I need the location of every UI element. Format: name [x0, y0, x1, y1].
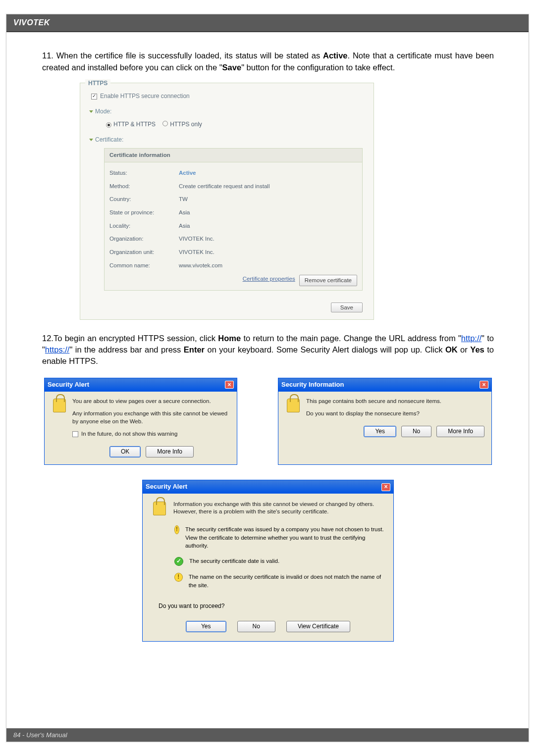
ok-word: OK: [445, 345, 458, 354]
close-icon[interactable]: ×: [480, 381, 488, 389]
warn-row-2: ! The name on the security certificate i…: [174, 573, 384, 589]
text: " in the address bar and press: [69, 345, 183, 354]
active-word: Active: [323, 51, 348, 60]
dialog-text: This page contains both secure and nonse…: [306, 398, 484, 418]
row-organization-unit: Organization unit:VIVOTEK Inc.: [109, 246, 357, 259]
value: Create certificate request and install: [179, 182, 357, 191]
header-bar: VIVOTEK: [6, 14, 529, 32]
http-link[interactable]: http://: [461, 334, 482, 343]
yes-word: Yes: [470, 345, 484, 354]
value: VIVOTEK Inc.: [179, 235, 357, 243]
lock-info-icon: [52, 398, 67, 413]
https-link[interactable]: https://: [45, 345, 70, 354]
footer-text: 84 - User's Manual: [13, 731, 67, 739]
enable-https-row[interactable]: ✓ Enable HTTPS secure connection: [91, 92, 363, 101]
text: 12.To begin an encrypted HTTPS session, …: [42, 334, 218, 343]
security-alert-dialog-2: Security Alert × Information you exchang…: [142, 480, 394, 642]
page: VIVOTEK 11. When the certifice file is s…: [6, 14, 529, 742]
value: Asia: [179, 222, 357, 230]
row-organization: Organization:VIVOTEK Inc.: [109, 232, 357, 246]
dialog-row-2: Security Alert × Information you exchang…: [42, 480, 494, 642]
line-2: Do you want to display the nonsecure ite…: [306, 410, 484, 418]
save-button[interactable]: Save: [331, 302, 363, 312]
suppress-checkbox-row[interactable]: In the future, do not show this warning: [72, 430, 230, 438]
no-button[interactable]: No: [237, 621, 275, 632]
save-word: Save: [222, 63, 242, 72]
content-area: 11. When the certifice file is successfu…: [6, 32, 529, 642]
checkbox-icon[interactable]: ✓: [91, 94, 97, 100]
row-locality: Locality:Asia: [109, 219, 357, 233]
dialog-buttons: Yes No View Certificate: [143, 618, 393, 641]
key: Locality:: [109, 222, 179, 230]
intro-text: Information you exchange with this site …: [173, 501, 384, 516]
close-icon[interactable]: ×: [225, 381, 234, 389]
ok-text: The security certificate date is valid.: [189, 557, 279, 565]
warn-row-1: ! The security certificate was issued by…: [174, 525, 384, 550]
yes-button[interactable]: Yes: [364, 426, 396, 437]
certificate-table: Certificate information Status:Active Me…: [104, 148, 363, 291]
row-method: Method:Create certificate request and in…: [109, 180, 357, 193]
text: to return to the main page. Change the U…: [241, 334, 461, 343]
fieldset-legend: HTTPS: [85, 79, 110, 88]
more-info-button[interactable]: More Info: [146, 446, 194, 457]
radio-icon[interactable]: [162, 121, 168, 126]
https-fieldset: HTTPS ✓ Enable HTTPS secure connection M…: [80, 83, 374, 320]
dialog-titlebar: Security Information ×: [278, 378, 491, 392]
certificate-table-header: Certificate information: [104, 148, 363, 162]
line-1: You are about to view pages over a secur…: [72, 398, 230, 405]
line-1: This page contains both secure and nonse…: [306, 398, 484, 405]
certificate-section-head[interactable]: Certificate:: [89, 136, 363, 144]
more-info-button[interactable]: More Info: [436, 426, 484, 437]
radio-label: HTTPS only: [170, 121, 202, 128]
view-certificate-button[interactable]: View Certificate: [286, 621, 350, 632]
checkbox-icon[interactable]: [72, 431, 78, 437]
mode-https-only[interactable]: HTTPS only: [162, 120, 202, 129]
check-icon: ✓: [174, 557, 183, 566]
text: 11. When the certifice file is successfu…: [42, 51, 323, 60]
enter-word: Enter: [184, 345, 205, 354]
value: TW: [179, 195, 357, 203]
line-2: Any information you exchange with this s…: [72, 410, 230, 425]
text: or: [458, 345, 471, 354]
dialog-body: This page contains both secure and nonse…: [278, 392, 491, 425]
dialog-buttons: OK More Info: [45, 445, 237, 464]
key: Method:: [109, 182, 179, 191]
enable-https-label: Enable HTTPS secure connection: [100, 92, 190, 101]
remove-certificate-button[interactable]: Remove certificate: [299, 275, 357, 286]
value: Active: [179, 169, 357, 177]
dialog-body: You are about to view pages over a secur…: [45, 392, 237, 445]
no-button[interactable]: No: [401, 426, 431, 437]
save-row: Save: [80, 299, 374, 319]
value: www.vivotek.com: [179, 261, 357, 270]
dialog-row-1: Security Alert × You are about to view p…: [42, 378, 494, 465]
close-icon[interactable]: ×: [381, 483, 390, 491]
key: Organization:: [109, 235, 179, 243]
checkbox-label: In the future, do not show this warning: [81, 430, 177, 438]
lock-warning-icon: [152, 501, 167, 516]
certificate-properties-link[interactable]: Certificate properties: [243, 275, 295, 286]
dialog-titlebar: Security Alert ×: [45, 378, 237, 392]
radio-label: HTTP & HTTPS: [113, 121, 156, 128]
panel-inner: ✓ Enable HTTPS secure connection Mode: H…: [80, 83, 374, 299]
row-status: Status:Active: [109, 166, 357, 180]
yes-button[interactable]: Yes: [186, 621, 226, 632]
step-11-paragraph: 11. When the certifice file is successfu…: [42, 50, 494, 74]
key: State or province:: [109, 208, 179, 217]
warning-icon: !: [174, 573, 183, 582]
dialog-body: Information you exchange with this site …: [143, 494, 393, 618]
ok-row: ✓ The security certificate date is valid…: [174, 557, 384, 566]
mode-section-head[interactable]: Mode:: [89, 107, 363, 116]
warn-text-1: The security certificate was issued by a…: [185, 525, 384, 550]
key: Organization unit:: [109, 248, 179, 256]
certificate-label: Certificate:: [95, 136, 123, 144]
dialog-title-text: Security Alert: [146, 482, 187, 492]
proceed-question: Do you want to proceed?: [159, 602, 384, 610]
mode-http-https[interactable]: HTTP & HTTPS: [106, 120, 156, 129]
row-common-name: Common name:www.vivotek.com: [109, 259, 357, 272]
radio-icon[interactable]: [106, 122, 111, 128]
ok-button[interactable]: OK: [109, 446, 141, 457]
certificate-buttons: Certificate properties Remove certificat…: [109, 275, 357, 286]
dialog-text: You are about to view pages over a secur…: [72, 398, 230, 438]
home-word: Home: [218, 334, 241, 343]
value: Asia: [179, 208, 357, 217]
